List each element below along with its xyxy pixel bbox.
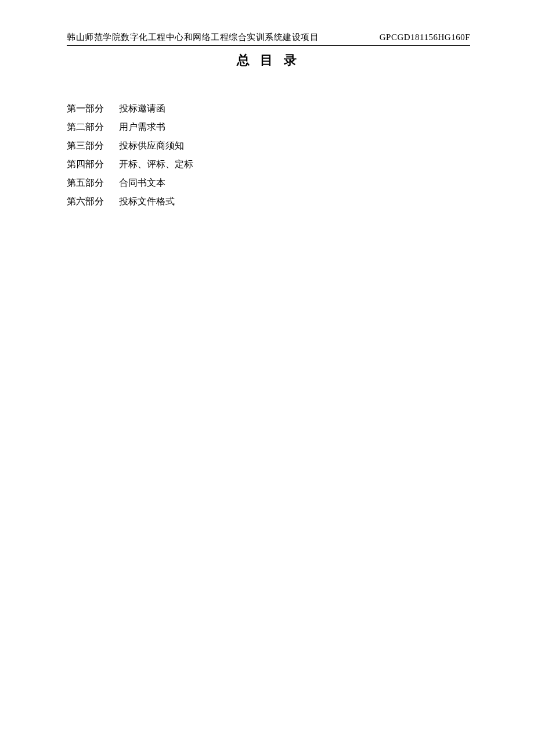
header-document-code: GPCGD181156HG160F (380, 33, 470, 42)
toc-section-label: 投标邀请函 (119, 99, 470, 118)
toc-section-label: 用户需求书 (119, 118, 470, 136)
toc-item: 第六部分 投标文件格式 (67, 192, 470, 211)
toc-part-label: 第六部分 (67, 192, 119, 211)
toc-part-label: 第五部分 (67, 174, 119, 192)
toc-part-label: 第二部分 (67, 118, 119, 136)
toc-part-label: 第一部分 (67, 99, 119, 118)
page-header: 韩山师范学院数字化工程中心和网络工程综合实训系统建设项目 GPCGD181156… (67, 32, 470, 46)
toc-item: 第五部分 合同书文本 (67, 174, 470, 192)
toc-item: 第三部分 投标供应商须知 (67, 136, 470, 155)
toc-item: 第二部分 用户需求书 (67, 118, 470, 136)
toc-section-label: 投标文件格式 (119, 192, 470, 211)
toc-section-label: 投标供应商须知 (119, 136, 470, 155)
toc-section-label: 合同书文本 (119, 174, 470, 192)
header-project-name: 韩山师范学院数字化工程中心和网络工程综合实训系统建设项目 (67, 32, 319, 43)
toc-section-label: 开标、评标、定标 (119, 155, 470, 174)
toc-item: 第四部分 开标、评标、定标 (67, 155, 470, 174)
page-title: 总 目 录 (67, 52, 470, 69)
toc-part-label: 第三部分 (67, 136, 119, 155)
toc-part-label: 第四部分 (67, 155, 119, 174)
table-of-contents: 第一部分 投标邀请函 第二部分 用户需求书 第三部分 投标供应商须知 第四部分 … (67, 99, 470, 211)
document-page: 韩山师范学院数字化工程中心和网络工程综合实训系统建设项目 GPCGD181156… (0, 0, 534, 211)
toc-item: 第一部分 投标邀请函 (67, 99, 470, 118)
